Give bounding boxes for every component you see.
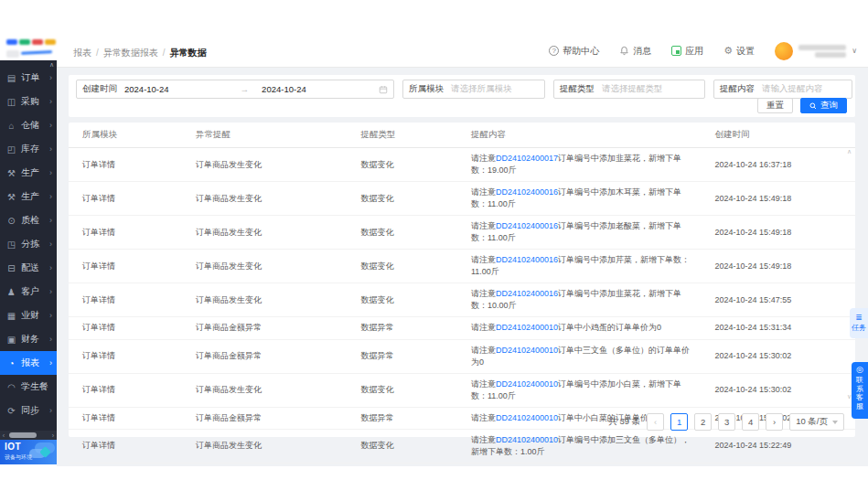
cell-type: 数据异常	[352, 317, 462, 339]
date-from-value[interactable]: 2024-10-24	[124, 84, 169, 94]
alert-type-select[interactable]: 提醒类型 请选择提醒类型	[553, 80, 705, 99]
order-number-link[interactable]: DD24102400010	[496, 435, 558, 444]
alert-content-input[interactable]: 提醒内容 请输入提醒内容	[713, 80, 852, 99]
column-header-alert: 异常提醒	[187, 123, 352, 148]
logo-bar-red	[32, 39, 43, 45]
query-button[interactable]: 查询	[800, 98, 847, 113]
tasks-floating-button[interactable]: ≣ 任务	[850, 308, 868, 338]
scroll-right-icon[interactable]: ›	[49, 432, 57, 439]
order-number-link[interactable]: DD24102400010	[496, 346, 558, 355]
date-range-label: 创建时间	[82, 83, 117, 95]
customer-service-label: 联系客服	[856, 376, 864, 410]
cell-time: 2024-10-24 15:49:18	[706, 182, 855, 216]
help-center-button[interactable]: ? 帮助中心	[549, 45, 599, 58]
sidebar: ∧ ▤ 订单 › ◫ 采购 › ⌂ 仓储 › ◰ 库存 › ⚒ 生产 › ⚒ 生…	[0, 60, 57, 431]
customer-service-floating-button[interactable]: ◎ 联系客服	[852, 362, 868, 419]
sidebar-horizontal-scrollbar[interactable]: ‹ ›	[0, 431, 57, 440]
tasks-label: 任务	[852, 323, 866, 333]
cell-content: 请注意DD24102400010订单中小鸡蛋的订单单价为0	[462, 317, 706, 339]
table-row: 订单详情 订单商品金额异常 数据异常 请注意DD24102400010订单中小鸡…	[69, 317, 855, 339]
settings-button[interactable]: ⚙ 设置	[723, 45, 755, 58]
apps-button[interactable]: 应用	[671, 45, 703, 58]
table-row: 订单详情 订单商品金额异常 数据异常 请注意DD24102400010订单中三文…	[69, 339, 855, 373]
sidebar-item-student-meal[interactable]: ◠ 学生餐	[0, 375, 57, 399]
pagination-page-1[interactable]: 1	[670, 413, 688, 431]
reports-icon: ◔	[6, 358, 16, 368]
sidebar-item-warehousing[interactable]: ⌂ 仓储 ›	[0, 113, 57, 137]
sidebar-item-finance[interactable]: ▣ 财务 ›	[0, 327, 57, 351]
cell-module: 订单详情	[69, 339, 187, 373]
content-prefix: 请注意	[471, 323, 496, 332]
cell-content: 请注意DD24102400010订单中三文鱼（多单位）的订单单价为0	[462, 339, 706, 373]
order-number-link[interactable]: DD24102400010	[496, 379, 558, 389]
scroll-left-icon[interactable]: ‹	[0, 432, 7, 439]
order-number-link[interactable]: DD24102400016	[496, 187, 558, 197]
sidebar-item-orders[interactable]: ▤ 订单 ›	[0, 66, 57, 90]
content-prefix: 请注意	[471, 413, 496, 422]
settings-label: 设置	[736, 45, 755, 58]
bell-icon	[619, 46, 629, 56]
breadcrumb-item-reports[interactable]: 报表	[73, 48, 91, 58]
order-number-link[interactable]: DD24102400010	[496, 413, 558, 422]
breadcrumb-separator: /	[96, 48, 99, 58]
query-button-label: 查询	[820, 100, 838, 112]
cell-alert: 订单商品金额异常	[187, 317, 352, 339]
chevron-right-icon: ›	[49, 73, 52, 82]
cell-alert: 订单商品发生变化	[187, 250, 352, 283]
pagination-next-button[interactable]: ›	[766, 413, 783, 431]
sidebar-item-label: 库存	[21, 143, 39, 155]
date-range-picker[interactable]: 创建时间 2024-10-24 → 2024-10-24	[76, 80, 394, 99]
inventory-icon: ◰	[6, 144, 16, 155]
scrollbar-thumb[interactable]	[9, 432, 37, 438]
date-to-value[interactable]: 2024-10-24	[262, 84, 306, 94]
sidebar-item-delivery[interactable]: ⊟ 配送 ›	[0, 256, 57, 280]
iot-banner[interactable]: IOT 设备与环境	[0, 440, 57, 464]
sidebar-item-label: 分拣	[21, 238, 39, 250]
module-select[interactable]: 所属模块 请选择所属模块	[402, 80, 545, 99]
sidebar-item-sync[interactable]: ⟳ 同步 ›	[0, 399, 57, 422]
order-number-link[interactable]: DD24102400010	[496, 323, 558, 332]
messages-button[interactable]: 消息	[619, 45, 651, 58]
sidebar-item-production-2[interactable]: ⚒ 生产 ›	[0, 185, 57, 208]
content-prefix: 请注意	[471, 346, 496, 355]
sidebar-item-label: 订单	[21, 71, 39, 84]
cell-time: 2024-10-24 15:49:18	[706, 216, 855, 250]
order-number-link[interactable]: DD24102400016	[496, 289, 558, 298]
breadcrumb-item-abnormal-report[interactable]: 异常数据报表	[103, 48, 158, 58]
order-number-link[interactable]: DD24102400016	[496, 255, 558, 264]
pagination-page-3[interactable]: 3	[718, 413, 735, 431]
sidebar-item-quality-check[interactable]: ⊙ 质检 ›	[0, 208, 57, 232]
cell-type: 数据变化	[352, 373, 462, 407]
table-scroll-up-icon[interactable]: ∧	[847, 148, 852, 155]
order-number-link[interactable]: DD24102400017	[496, 154, 558, 163]
page-size-select[interactable]: 10 条/页	[789, 413, 844, 431]
app-window: 报表/异常数据报表/异常数据 ? 帮助中心 消息 应用 ⚙ 设置	[0, 0, 868, 501]
sidebar-item-reports[interactable]: ◔ 报表 ›	[0, 351, 57, 375]
user-menu[interactable]: ∨	[775, 42, 857, 60]
sidebar-item-business-finance[interactable]: ▦ 业财 ›	[0, 304, 57, 327]
messages-label: 消息	[633, 45, 651, 58]
sidebar-item-sorting[interactable]: ◳ 分拣 ›	[0, 232, 57, 256]
table-row: 订单详情 订单商品发生变化 数据变化 请注意DD24102400016订单编号中…	[69, 283, 855, 317]
chevron-down-icon	[832, 421, 838, 424]
pagination-page-4[interactable]: 4	[742, 413, 759, 431]
pagination-page-2[interactable]: 2	[694, 413, 712, 431]
chevron-right-icon: ›	[49, 287, 52, 296]
student-meal-icon: ◠	[6, 382, 16, 392]
sidebar-item-inventory[interactable]: ◰ 库存 ›	[0, 137, 57, 161]
sidebar-item-purchasing[interactable]: ◫ 采购 ›	[0, 90, 57, 113]
pagination-prev-button[interactable]: ‹	[647, 413, 664, 431]
sidebar-item-production-1[interactable]: ⚒ 生产 ›	[0, 161, 57, 185]
column-header-time: 创建时间	[706, 123, 855, 148]
cell-module: 订单详情	[69, 407, 187, 429]
content-prefix: 请注意	[471, 289, 496, 298]
reset-button[interactable]: 重置	[757, 98, 793, 113]
order-number-link[interactable]: DD24102400016	[496, 221, 558, 230]
content-prefix: 请注意	[471, 435, 496, 444]
sidebar-item-customers[interactable]: ♟ 客户 ›	[0, 280, 57, 304]
apps-label: 应用	[685, 45, 703, 58]
chevron-right-icon: ›	[49, 311, 52, 320]
chevron-right-icon: ›	[49, 263, 52, 272]
cell-type: 数据变化	[352, 182, 462, 216]
filter-row: 创建时间 2024-10-24 → 2024-10-24 所属模块 请选择所属模…	[69, 75, 855, 99]
